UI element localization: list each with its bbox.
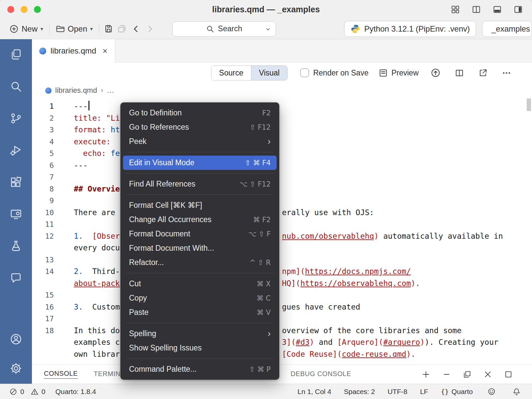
language-mode[interactable]: {} Quarto bbox=[441, 388, 473, 396]
restore-panel-button[interactable] bbox=[461, 368, 473, 381]
editor-action-bar: Source Visual Render on Save Preview bbox=[32, 63, 532, 83]
menu-item-find-all-references[interactable]: Find All References⌥ ⇧ F12 bbox=[123, 177, 277, 191]
code-line: 121. [Obsernub.com/observablehq) automat… bbox=[32, 230, 532, 242]
menu-item-shortcut: ⌥ ⇧ F12 bbox=[239, 180, 271, 188]
menu-item-format-document-with[interactable]: Format Document With... bbox=[123, 241, 277, 255]
indentation-setting[interactable]: Spaces: 2 bbox=[344, 388, 375, 396]
line-number: 10 bbox=[32, 207, 57, 219]
navigate-forward-button[interactable] bbox=[143, 22, 157, 36]
menu-item-edit-in-visual-mode[interactable]: Edit in Visual Mode⇧ ⌘ F4 bbox=[123, 156, 277, 170]
menu-item-cut[interactable]: Cut⌘ X bbox=[123, 277, 277, 291]
code-token: 2. bbox=[74, 267, 92, 276]
split-editor-layout-button[interactable] bbox=[470, 3, 483, 16]
quarto-version[interactable]: Quarto: 1.8.4 bbox=[55, 388, 96, 396]
close-window-button[interactable] bbox=[7, 6, 14, 13]
menu-item-show-spelling-issues[interactable]: Show Spelling Issues bbox=[123, 341, 277, 355]
menu-item-label: Show Spelling Issues bbox=[129, 343, 271, 352]
panel-tab-debug-console[interactable]: DEBUG CONSOLE bbox=[291, 370, 351, 379]
close-panel-button[interactable] bbox=[481, 368, 494, 381]
sidebar-item-explorer[interactable] bbox=[9, 48, 23, 61]
menu-item-refactor[interactable]: Refactor...^ ⇧ R bbox=[123, 255, 277, 270]
notifications-button[interactable] bbox=[510, 385, 523, 398]
menu-item-peek[interactable]: Peek› bbox=[123, 134, 277, 149]
code-token: gues have created bbox=[282, 303, 360, 311]
breadcrumb-file[interactable]: libraries.qmd bbox=[55, 86, 97, 95]
maximize-panel-button[interactable] bbox=[502, 368, 515, 381]
menu-item-label: Cut bbox=[129, 279, 257, 288]
sidebar-item-extensions[interactable] bbox=[9, 176, 23, 189]
code-editor[interactable]: 1---2title: "Li3format: ht4execute:5 ech… bbox=[32, 98, 532, 364]
split-editor-button[interactable] bbox=[453, 66, 466, 80]
sidebar-item-account[interactable] bbox=[9, 332, 23, 346]
sidebar-item-search[interactable] bbox=[9, 80, 23, 93]
navigate-back-button[interactable] bbox=[129, 22, 143, 36]
save-all-button[interactable] bbox=[115, 22, 129, 36]
render-on-save-control[interactable]: Render on Save bbox=[300, 68, 368, 77]
line-number bbox=[32, 336, 57, 348]
more-actions-button[interactable] bbox=[500, 66, 513, 80]
eol-setting[interactable]: LF bbox=[420, 388, 428, 396]
code-line: 7 bbox=[32, 171, 532, 183]
menu-item-label: Go to References bbox=[129, 123, 250, 132]
code-token: --- bbox=[74, 102, 88, 110]
feedback-button[interactable] bbox=[485, 385, 498, 398]
error-icon bbox=[9, 388, 17, 396]
open-button[interactable]: Open ▾ bbox=[52, 22, 96, 36]
menu-item-go-to-definition[interactable]: Go to DefinitionF2 bbox=[123, 106, 277, 120]
encoding-setting[interactable]: UTF-8 bbox=[388, 388, 408, 396]
menu-item-format-document[interactable]: Format Document⌥ ⇧ F bbox=[123, 227, 277, 241]
mode-toggle: Source Visual bbox=[211, 66, 288, 80]
minimize-panel-button[interactable] bbox=[440, 368, 453, 381]
tab-libraries-qmd[interactable]: libraries.qmd × bbox=[32, 39, 115, 63]
open-in-new-window-button[interactable] bbox=[476, 66, 490, 80]
sidebar-item-sessions[interactable] bbox=[9, 207, 23, 221]
problems-indicator[interactable]: 0 0 bbox=[9, 388, 45, 396]
sidebar-item-source-control[interactable] bbox=[9, 112, 23, 125]
line-number: 17 bbox=[32, 313, 57, 325]
toggle-bottom-panel-button[interactable] bbox=[491, 3, 504, 16]
render-on-save-checkbox[interactable] bbox=[300, 68, 309, 77]
close-tab-icon[interactable]: × bbox=[102, 47, 107, 55]
menu-item-paste[interactable]: Paste⌘ V bbox=[123, 305, 277, 320]
code-token: #arquero bbox=[383, 338, 420, 346]
breadcrumb-more[interactable]: … bbox=[107, 86, 114, 95]
zoom-window-button[interactable] bbox=[34, 6, 41, 13]
menu-item-change-all-occurrences[interactable]: Change All Occurrences⌘ F2 bbox=[123, 212, 277, 227]
save-button[interactable] bbox=[102, 22, 115, 36]
traffic-lights bbox=[7, 6, 41, 13]
preview-button[interactable]: Preview bbox=[378, 68, 419, 78]
toggle-right-panel-button[interactable] bbox=[512, 3, 525, 16]
menu-item-copy[interactable]: Copy⌘ C bbox=[123, 291, 277, 305]
minimize-window-button[interactable] bbox=[21, 6, 28, 13]
line-number: 18 bbox=[32, 325, 57, 337]
menu-item-command-palette[interactable]: Command Palette...⇧ ⌘ P bbox=[123, 362, 277, 376]
sidebar-item-chat[interactable] bbox=[9, 271, 23, 285]
code-text-after-menu: nub.com/observablehq) automatically avai… bbox=[282, 230, 503, 242]
cursor-position[interactable]: Ln 1, Col 4 bbox=[298, 388, 332, 396]
vertical-scrollbar[interactable] bbox=[527, 98, 531, 111]
search-input[interactable]: Search bbox=[172, 21, 276, 37]
sidebar-item-testing[interactable] bbox=[9, 239, 23, 253]
workspace-button[interactable]: _examples bbox=[482, 21, 532, 37]
menu-item-spelling[interactable]: Spelling› bbox=[123, 327, 277, 341]
source-mode-button[interactable]: Source bbox=[211, 66, 251, 80]
titlebar: libraries.qmd — _examples bbox=[0, 0, 532, 19]
customize-layout-button[interactable] bbox=[449, 3, 462, 16]
menu-item-format-cell-k-f[interactable]: Format Cell [⌘K ⌘F] bbox=[123, 198, 277, 212]
render-button[interactable] bbox=[429, 66, 443, 80]
text-cursor bbox=[88, 101, 89, 110]
warning-count: 0 bbox=[42, 388, 46, 396]
save-all-icon bbox=[117, 24, 127, 34]
sidebar-item-settings[interactable] bbox=[9, 362, 23, 375]
menu-item-go-to-references[interactable]: Go to References⇧ F12 bbox=[123, 120, 277, 134]
activity-bar bbox=[0, 39, 32, 384]
interpreter-selector[interactable]: Python 3.12.1 (PipEnv: .venv) bbox=[344, 21, 476, 37]
chevron-down-icon[interactable] bbox=[265, 26, 271, 32]
add-console-button[interactable] bbox=[420, 368, 432, 381]
chevron-down-icon: ▾ bbox=[41, 26, 43, 32]
quarto-file-icon bbox=[45, 87, 52, 94]
new-button[interactable]: New ▾ bbox=[6, 22, 47, 36]
visual-mode-button[interactable]: Visual bbox=[251, 66, 287, 80]
panel-tab-console[interactable]: CONSOLE bbox=[44, 370, 78, 379]
sidebar-item-run-and-debug[interactable] bbox=[9, 144, 23, 157]
